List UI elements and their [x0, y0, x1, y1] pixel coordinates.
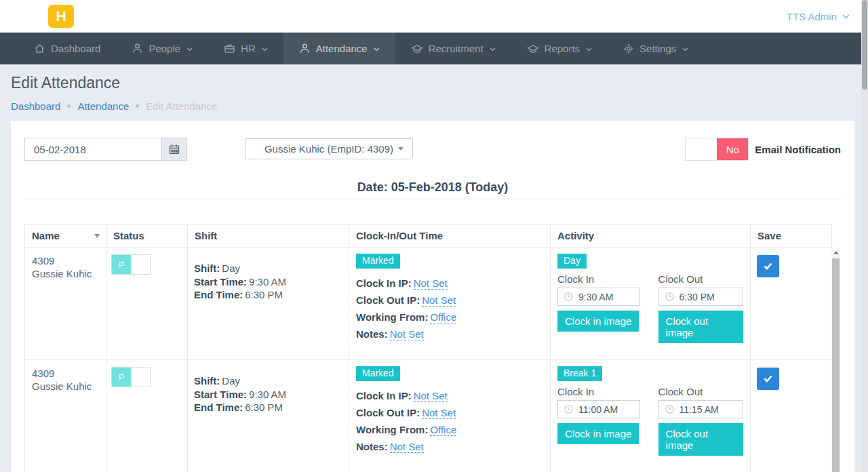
notes-link[interactable]: Not Set [390, 441, 424, 453]
table-scrollbar[interactable] [831, 248, 840, 472]
clock-out-ip-link[interactable]: Not Set [422, 407, 456, 419]
shift-label: Shift: [194, 375, 220, 387]
start-time-value: 9:30 AM [249, 276, 286, 288]
nav-item-settings[interactable]: Settings [608, 33, 704, 64]
clock-in-time-field[interactable] [557, 288, 640, 306]
clock-out-time-input[interactable] [679, 292, 736, 302]
email-notification-toggle[interactable]: No [685, 138, 749, 161]
status-cell: P [106, 360, 188, 472]
save-cell [751, 360, 832, 472]
presence-toggle[interactable]: P [111, 254, 151, 275]
clock-in-ip-label: Clock In IP: [356, 390, 412, 401]
employee-name: Gussie Kuhic [32, 380, 99, 393]
working-from-label: Working From: [356, 311, 428, 323]
clock-in-time-input[interactable] [578, 404, 635, 415]
breadcrumb-separator [136, 104, 139, 108]
clock-out-image-button[interactable]: Clock out image [658, 311, 743, 343]
table-scrollbar-thumb[interactable] [832, 258, 840, 472]
column-header-name[interactable]: Name [25, 224, 106, 248]
calendar-button[interactable] [161, 138, 187, 161]
clock-out-ip-label: Clock Out IP: [356, 407, 420, 418]
breadcrumb-link-attendance[interactable]: Attendance [77, 100, 129, 112]
gear-icon [623, 43, 634, 54]
presence-toggle-off [131, 368, 150, 387]
clock-icon [564, 292, 573, 301]
app-logo[interactable]: H [48, 5, 74, 28]
people-icon [132, 43, 143, 54]
employee-select[interactable]: Gussie Kuhic (EmpID: 4309) [245, 138, 413, 159]
save-button[interactable] [757, 368, 779, 390]
nav-item-reports[interactable]: Reports [511, 33, 608, 64]
page-scrollbar[interactable] [861, 0, 868, 472]
activity-badge: Day [557, 254, 587, 269]
activity-cell: Day Clock In Clock in image [551, 248, 751, 360]
presence-toggle[interactable]: P [111, 367, 151, 387]
nav-label: Attendance [316, 43, 368, 54]
column-header-shift[interactable]: Shift [188, 224, 349, 248]
page-title: Edit Attendance [11, 74, 861, 92]
clock-icon [665, 405, 674, 414]
clock-in-ip-link[interactable]: Not Set [414, 390, 448, 402]
presence-toggle-on: P [112, 368, 131, 387]
nav-item-hr[interactable]: HR [208, 33, 283, 64]
column-header-activity[interactable]: Activity [551, 224, 751, 248]
clock-in-out-cell: Marked Clock In IP:Not Set Clock Out IP:… [349, 360, 551, 472]
attendance-row-2: 4309 Gussie Kuhic P Shift:Day Start Time… [25, 360, 832, 472]
nav-label: Recruitment [429, 43, 484, 54]
column-header-clock[interactable]: Clock-In/Out Time [349, 224, 551, 248]
clock-out-time-field[interactable] [658, 288, 743, 306]
nav-item-dashboard[interactable]: Dashboard [18, 33, 116, 64]
date-heading: Date: 05-Feb-2018 (Today) [24, 180, 841, 195]
breadcrumb-separator [67, 104, 71, 108]
scrollbar-up-arrow[interactable] [831, 248, 840, 258]
clock-out-time-input[interactable] [679, 404, 736, 415]
working-from-link[interactable]: Office [430, 424, 456, 436]
clock-out-ip-label: Clock Out IP: [356, 294, 420, 306]
clock-in-ip-link[interactable]: Not Set [414, 277, 448, 290]
working-from-link[interactable]: Office [430, 311, 456, 323]
page-scrollbar-thumb[interactable] [862, 0, 867, 90]
toggle-on-half [686, 138, 717, 160]
nav-item-people[interactable]: People [116, 33, 208, 64]
presence-toggle-off [131, 255, 150, 274]
date-input[interactable] [24, 138, 161, 161]
column-header-status[interactable]: Status [106, 224, 188, 248]
column-header-save[interactable]: Save [751, 224, 832, 248]
clock-in-label: Clock In [557, 273, 640, 285]
clock-out-image-button[interactable]: Clock out image [658, 423, 743, 456]
clock-in-label: Clock In [557, 386, 640, 397]
email-notification-group: No Email Notification [685, 138, 841, 161]
nav-item-attendance[interactable]: Attendance [283, 33, 395, 64]
end-time-value: 6:30 PM [245, 401, 283, 413]
clock-in-time-input[interactable] [578, 292, 635, 302]
user-menu[interactable]: TTS Admin [787, 0, 850, 33]
notes-label: Notes: [356, 441, 388, 452]
nav-item-recruitment[interactable]: Recruitment [395, 33, 511, 64]
employee-id: 4309 [32, 254, 99, 267]
notes-link[interactable]: Not Set [390, 328, 424, 340]
clock-out-time-field[interactable] [658, 400, 743, 418]
end-time-label: End Time: [194, 289, 243, 300]
home-icon [34, 43, 45, 54]
clock-in-time-field[interactable] [557, 400, 640, 418]
toggle-off-half: No [717, 138, 748, 160]
breadcrumb-link-dashboard[interactable]: Dashboard [11, 100, 60, 112]
briefcase-icon [224, 43, 235, 54]
clock-in-image-button[interactable]: Clock in image [557, 311, 639, 332]
nav-label: HR [241, 43, 256, 54]
clock-icon [564, 405, 573, 414]
marked-badge: Marked [356, 254, 400, 269]
clock-out-label: Clock Out [658, 386, 743, 397]
select-caret-icon [398, 147, 403, 151]
save-button[interactable] [757, 255, 779, 277]
clock-out-label: Clock Out [658, 273, 743, 285]
chevron-down-icon [586, 47, 592, 52]
check-icon [763, 262, 773, 271]
clock-in-image-button[interactable]: Clock in image [557, 423, 639, 444]
clock-out-ip-link[interactable]: Not Set [422, 294, 456, 307]
activity-badge: Break 1 [557, 366, 602, 381]
breadcrumb-current: Edit Attendance [146, 100, 217, 112]
shift-value: Day [222, 375, 240, 387]
graduation-cap-icon [527, 43, 539, 54]
clock-in-out-cell: Marked Clock In IP:Not Set Clock Out IP:… [349, 248, 551, 360]
